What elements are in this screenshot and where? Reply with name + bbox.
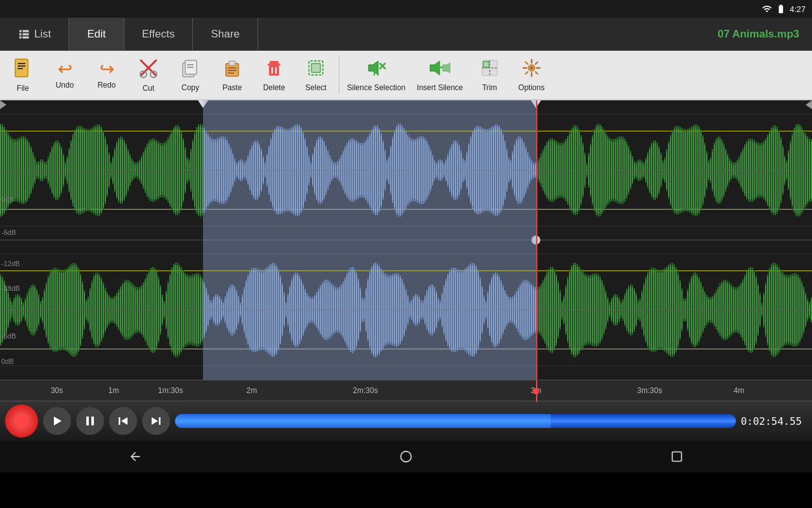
- tab-bar: List Edit Effects Share 07 Animals.mp3: [0, 18, 812, 51]
- cut-button[interactable]: Cut: [128, 52, 169, 98]
- undo-icon: ↩: [58, 60, 72, 78]
- select-icon: [306, 58, 325, 81]
- tab-list-label: List: [34, 28, 51, 41]
- tab-share-label: Share: [211, 28, 239, 41]
- silence-selection-button[interactable]: Silence Selection: [342, 52, 410, 98]
- copy-label: Copy: [181, 83, 199, 92]
- trim-button[interactable]: Trim: [469, 52, 510, 98]
- svg-marker-56: [121, 417, 128, 425]
- undo-label: Undo: [56, 81, 74, 90]
- svg-rect-24: [270, 61, 278, 64]
- svg-marker-58: [152, 417, 158, 425]
- redo-icon: ↪: [100, 60, 114, 78]
- time-ruler: 30s 1m 1m:30s 2m 2m:30s 3m 3m:30s 4m: [0, 380, 812, 401]
- nav-bar: [0, 441, 812, 472]
- svg-line-47: [525, 62, 528, 64]
- time-marker-2m30s: 2m:30s: [353, 386, 377, 395]
- svg-rect-9: [18, 65, 25, 67]
- file-label: File: [16, 84, 29, 93]
- paste-label: Paste: [223, 83, 242, 92]
- insert-silence-icon: [429, 58, 450, 81]
- tab-list[interactable]: List: [0, 18, 69, 50]
- svg-rect-17: [187, 64, 193, 65]
- svg-rect-5: [23, 36, 29, 38]
- status-icons: 4:27: [762, 4, 806, 14]
- tab-share[interactable]: Share: [193, 18, 258, 50]
- options-icon: [522, 58, 541, 81]
- svg-rect-22: [228, 70, 237, 71]
- tab-edit[interactable]: Edit: [69, 18, 124, 50]
- time-marker-1m30s: 1m:30s: [158, 386, 183, 395]
- toolbar: File ↩ Undo ↪ Redo Cut: [0, 51, 812, 100]
- trim-label: Trim: [482, 83, 497, 92]
- svg-rect-1: [23, 30, 29, 32]
- home-button[interactable]: [399, 450, 413, 464]
- back-button[interactable]: [128, 450, 142, 464]
- insert-silence-label: Insert Silence: [417, 83, 463, 92]
- svg-rect-57: [159, 417, 161, 425]
- svg-rect-3: [23, 33, 29, 35]
- play-button[interactable]: [43, 407, 71, 435]
- cut-label: Cut: [143, 84, 155, 93]
- svg-rect-23: [228, 72, 234, 74]
- file-button[interactable]: File: [3, 52, 43, 98]
- tab-effects-label: Effects: [142, 28, 175, 41]
- paste-button[interactable]: Paste: [212, 52, 252, 98]
- svg-rect-2: [20, 33, 22, 35]
- svg-rect-20: [229, 61, 235, 65]
- silence-selection-label: Silence Selection: [347, 83, 405, 92]
- insert-silence-button[interactable]: Insert Silence: [412, 52, 468, 98]
- forward-button[interactable]: [142, 407, 170, 435]
- time-marker-4m: 4m: [733, 386, 744, 395]
- svg-line-48: [535, 72, 538, 74]
- silence-selection-icon: [365, 58, 387, 81]
- svg-point-51: [16, 415, 27, 427]
- file-title: 07 Animals.mp3: [717, 18, 812, 50]
- svg-point-59: [401, 451, 412, 462]
- recent-button[interactable]: [670, 450, 684, 464]
- svg-rect-37: [483, 62, 489, 67]
- cut-icon: [138, 58, 159, 81]
- time-marker-1m: 1m: [108, 386, 119, 395]
- svg-rect-21: [228, 67, 237, 69]
- wifi-icon: [762, 4, 772, 14]
- options-button[interactable]: Options: [511, 52, 552, 98]
- svg-line-49: [535, 62, 538, 64]
- delete-label: Delete: [263, 83, 285, 92]
- options-label: Options: [518, 83, 544, 92]
- file-icon: [13, 58, 33, 81]
- svg-rect-60: [672, 452, 681, 462]
- pause-button[interactable]: [76, 407, 104, 435]
- tab-edit-label: Edit: [87, 28, 105, 41]
- battery-icon: [776, 4, 786, 14]
- svg-line-50: [525, 72, 528, 74]
- waveform-container[interactable]: 0dB -6dB -12dB -18dB -6dB 0dB: [0, 100, 812, 380]
- delete-button[interactable]: Delete: [254, 52, 294, 98]
- time-cursor-dot: [533, 388, 539, 394]
- trim-icon: [480, 58, 499, 81]
- toolbar-separator-1: [339, 56, 339, 94]
- svg-rect-18: [187, 67, 193, 68]
- time-display: 4:27: [790, 4, 806, 14]
- time-marker-2m: 2m: [246, 386, 257, 395]
- undo-button[interactable]: ↩ Undo: [44, 52, 85, 98]
- record-button[interactable]: [5, 404, 38, 438]
- time-marker-30s: 30s: [51, 386, 63, 395]
- copy-button[interactable]: Copy: [170, 52, 211, 98]
- select-button[interactable]: Select: [296, 52, 336, 98]
- redo-button[interactable]: ↪ Redo: [86, 52, 127, 98]
- progress-bar[interactable]: [175, 414, 736, 428]
- status-bar: 4:27: [0, 0, 812, 18]
- svg-rect-55: [119, 417, 121, 425]
- svg-rect-25: [268, 64, 280, 65]
- redo-label: Redo: [98, 81, 116, 90]
- time-marker-3m30s: 3m:30s: [637, 386, 662, 395]
- rewind-button[interactable]: [109, 407, 137, 435]
- tab-effects[interactable]: Effects: [124, 18, 193, 50]
- delete-icon: [265, 58, 284, 81]
- svg-rect-10: [18, 68, 23, 69]
- svg-rect-53: [86, 417, 89, 425]
- svg-rect-30: [311, 64, 320, 72]
- svg-rect-8: [18, 63, 25, 64]
- svg-rect-26: [269, 65, 279, 76]
